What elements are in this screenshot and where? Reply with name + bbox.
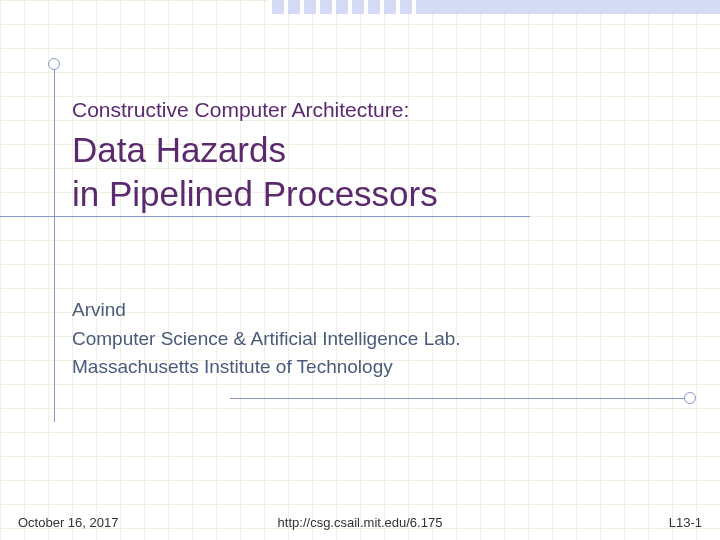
footer: October 16, 2017 http://csg.csail.mit.ed… <box>0 515 720 530</box>
horizontal-rule-lower <box>230 398 690 399</box>
slide-supertitle: Constructive Computer Architecture: <box>72 98 680 122</box>
author-affiliation-1: Computer Science & Artificial Intelligen… <box>72 325 680 354</box>
slide-title-line2: in Pipelined Processors <box>72 172 680 216</box>
footer-date: October 16, 2017 <box>18 515 118 530</box>
horizontal-rule-upper <box>0 216 530 217</box>
vertical-rule <box>54 62 55 422</box>
author-name: Arvind <box>72 296 680 325</box>
footer-slide-number: L13-1 <box>669 515 702 530</box>
author-affiliation-2: Massachusetts Institute of Technology <box>72 353 680 382</box>
author-block: Arvind Computer Science & Artificial Int… <box>72 296 680 382</box>
top-accent-notches <box>268 0 428 14</box>
title-block: Constructive Computer Architecture: Data… <box>72 98 680 216</box>
slide-title-line1: Data Hazards <box>72 128 680 172</box>
horizontal-rule-endpoint-icon <box>684 392 696 404</box>
footer-url: http://csg.csail.mit.edu/6.175 <box>278 515 443 530</box>
vertical-rule-endpoint-icon <box>48 58 60 70</box>
